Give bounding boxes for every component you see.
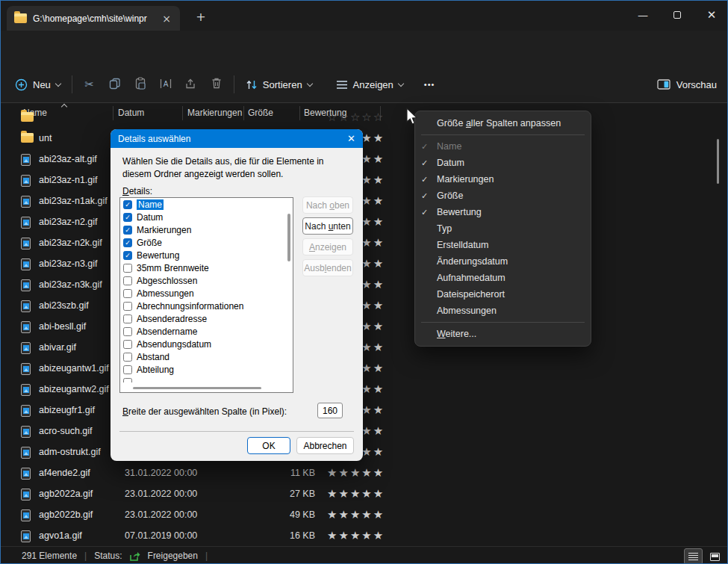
cut-button[interactable]: ✂: [77, 78, 102, 91]
checkbox[interactable]: [123, 365, 132, 374]
new-tab-button[interactable]: +: [192, 10, 210, 24]
chevron-down-icon: [398, 80, 404, 86]
hide-button[interactable]: Ausblenden: [302, 259, 353, 276]
menu-item-label: Bewertung: [437, 207, 482, 217]
vertical-scrollbar[interactable]: [717, 139, 719, 184]
details-list-item[interactable]: Abgeschlossen: [120, 274, 293, 287]
image-file-icon: [21, 509, 31, 521]
menu-item-aufnahmedatum[interactable]: Aufnahmedatum: [415, 270, 591, 286]
details-list-item[interactable]: ✓Datum: [120, 211, 293, 223]
sort-button[interactable]: Sortieren: [239, 75, 319, 95]
menu-item-datum[interactable]: ✓Datum: [415, 155, 591, 171]
menu-item-resize-columns[interactable]: Größe aller Spalten anpassen: [415, 115, 591, 131]
new-button[interactable]: Neu: [8, 74, 67, 96]
details-list-item[interactable]: ✓Markierungen: [120, 223, 293, 236]
minimize-button[interactable]: —: [626, 1, 660, 29]
details-list-item[interactable]: Absendername: [120, 325, 293, 338]
menu-item-more[interactable]: Weitere...: [415, 326, 591, 342]
details-listbox[interactable]: ✓Name✓Datum✓Markierungen✓Größe✓Bewertung…: [119, 197, 293, 393]
file-name: abi23az-n3k.gif: [39, 279, 102, 290]
move-down-button[interactable]: Nach unten: [302, 217, 353, 235]
checkbox[interactable]: ✓: [123, 226, 132, 235]
image-file-icon: [21, 363, 31, 375]
checkbox[interactable]: [123, 289, 132, 298]
tab-title: G:\homepage\cmh\site\winpr: [33, 13, 159, 24]
tab-close-icon[interactable]: ×: [159, 13, 174, 25]
image-file-icon: [21, 489, 31, 501]
dialog-title-bar[interactable]: Details auswählen ✕: [111, 129, 363, 148]
checkbox[interactable]: [123, 302, 132, 311]
delete-button[interactable]: [204, 77, 229, 92]
listbox-horizontal-thumb[interactable]: [133, 387, 261, 389]
plus-circle-icon: [15, 78, 28, 91]
explorer-window: G:\homepage\cmh\site\winpr × + — ✕ ← → ↑…: [0, 0, 728, 564]
maximize-button[interactable]: [660, 1, 694, 29]
close-button[interactable]: ✕: [694, 1, 728, 29]
file-row[interactable]: agvo1a.gif07.01.2019 00:0016 KB★★★★★: [1, 526, 420, 547]
checkbox[interactable]: ✓: [123, 200, 132, 209]
share-button[interactable]: [178, 78, 204, 92]
menu-item-markierungen[interactable]: ✓Markierungen: [415, 171, 591, 188]
details-list-item[interactable]: Absendungsdatum: [120, 338, 293, 350]
details-list-item[interactable]: Abstand: [120, 350, 293, 363]
menu-item-erstelldatum[interactable]: Erstelldatum: [415, 237, 591, 253]
checkbox[interactable]: [123, 276, 132, 285]
details-list-item[interactable]: 35mm Brennweite: [120, 261, 293, 274]
file-name: abi23az-n1ak.gif: [39, 196, 108, 206]
file-row[interactable]: af4ende2.gif31.01.2022 00:0011 KB★★★★★: [1, 463, 420, 484]
checkbox[interactable]: ✓: [123, 213, 132, 222]
copy-button[interactable]: [102, 78, 128, 92]
shared-status-icon: [130, 551, 140, 561]
details-list-item[interactable]: ✓Name: [120, 198, 293, 211]
file-name: abi-besll.gif: [39, 321, 86, 332]
checkbox[interactable]: [123, 353, 132, 362]
checkbox[interactable]: [123, 264, 132, 273]
explorer-tab[interactable]: G:\homepage\cmh\site\winpr ×: [7, 6, 180, 31]
listbox-vertical-scrollbar[interactable]: [287, 214, 290, 261]
details-view-button[interactable]: [684, 548, 703, 564]
details-list-item[interactable]: Abrechnungsinformationen: [120, 300, 293, 312]
rename-button[interactable]: A: [153, 78, 178, 92]
dialog-close-icon[interactable]: ✕: [347, 133, 355, 144]
menu-item-größe[interactable]: ✓Größe: [415, 188, 591, 204]
details-list-item[interactable]: Abteilung: [120, 363, 293, 376]
more-options-button[interactable]: •••: [417, 75, 442, 93]
menu-item-typ[interactable]: Typ: [415, 220, 591, 237]
thumbnail-view-button[interactable]: [706, 548, 724, 564]
file-name: agb2022a.gif: [39, 489, 93, 499]
checkbox[interactable]: ✓: [123, 251, 132, 260]
move-up-button[interactable]: Nach oben: [302, 196, 353, 214]
file-name: abizeugantw2.gif: [39, 384, 109, 394]
file-row[interactable]: agb2022b.gif23.01.2022 00:0049 KB★★★★★: [1, 505, 420, 526]
details-item-label: Datum: [137, 212, 163, 223]
checkbox[interactable]: [123, 314, 132, 323]
paste-button[interactable]: [128, 77, 153, 92]
menu-item-label: Dateispeicherort: [437, 289, 505, 300]
sort-button-label: Sortieren: [263, 79, 302, 90]
details-list-item[interactable]: Abmessungen: [120, 287, 293, 300]
file-row[interactable]: ☆☆☆☆☆: [1, 108, 420, 128]
image-file-icon: [21, 217, 31, 229]
show-button[interactable]: Anzeigen: [302, 238, 353, 255]
checkbox[interactable]: [123, 340, 132, 349]
image-file-icon: [21, 405, 31, 417]
details-list-item[interactable]: ✓Bewertung: [120, 249, 293, 261]
checkbox[interactable]: ✓: [123, 238, 132, 247]
menu-item-dateispeicherort[interactable]: Dateispeicherort: [415, 286, 591, 303]
column-width-input[interactable]: [317, 403, 343, 418]
menu-item-label: Größe: [437, 190, 463, 201]
view-button[interactable]: Anzeigen: [329, 75, 410, 95]
details-label: Details:: [122, 186, 152, 196]
file-row[interactable]: agb2022a.gif23.01.2022 00:0027 KB★★★★★: [1, 484, 420, 505]
preview-toggle-button[interactable]: Vorschau: [657, 79, 717, 90]
menu-item-abmessungen[interactable]: Abmessungen: [415, 303, 591, 319]
details-list-item[interactable]: Absenderadresse: [120, 312, 293, 325]
details-list-item[interactable]: ✓Größe: [120, 236, 293, 249]
cancel-button[interactable]: Abbrechen: [296, 437, 354, 454]
menu-item-label: Abmessungen: [437, 306, 497, 316]
menu-item-änderungsdatum[interactable]: Änderungsdatum: [415, 253, 591, 270]
menu-item-bewertung[interactable]: ✓Bewertung: [415, 204, 591, 220]
checkbox[interactable]: [123, 327, 132, 336]
ok-button[interactable]: OK: [247, 437, 290, 454]
file-name: abi23szb.gif: [39, 300, 89, 311]
